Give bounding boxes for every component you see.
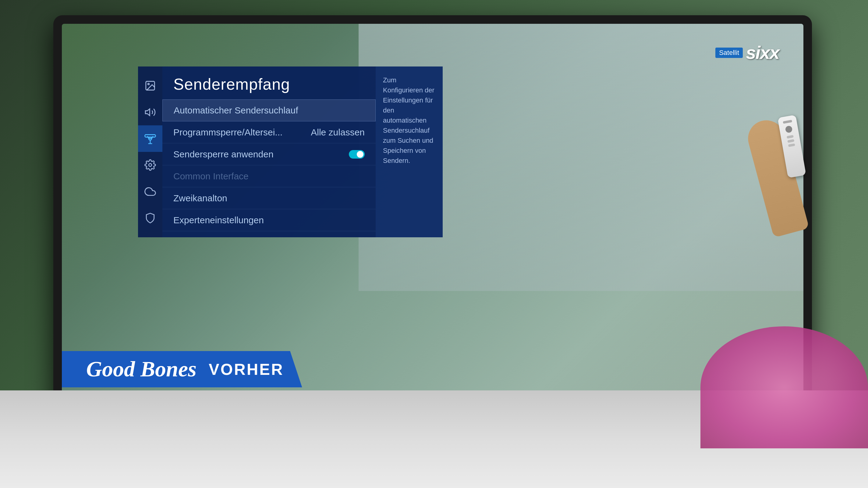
expert-settings-label: Experteneinstellungen <box>173 215 264 225</box>
menu-item-program-lock[interactable]: Programmsperre/Altersei... Alle zulassen <box>162 121 376 143</box>
lower-third: Good Bones VORHER <box>62 351 803 387</box>
sidebar-item-ton[interactable] <box>138 99 162 126</box>
menu-item-channel-lock[interactable]: Sendersperre anwenden <box>162 143 376 165</box>
channel-lock-label: Sendersperre anwenden <box>173 149 274 160</box>
pink-fabric <box>701 326 868 448</box>
show-tag: VORHER <box>209 360 284 378</box>
sidebar-item-senderempfang[interactable] <box>138 125 162 152</box>
menu-item-common-interface[interactable]: Common Interface <box>162 165 376 187</box>
sidebar-item-allgemein[interactable] <box>138 152 162 178</box>
broadcast-type-badge: Satellit <box>715 48 743 58</box>
menu-title: Senderempfang <box>173 75 365 93</box>
settings-sidebar <box>138 66 162 237</box>
menu-main-content: Senderempfang Automatischer Sendersuchla… <box>162 66 376 237</box>
program-lock-label: Programmsperre/Altersei... <box>173 127 282 138</box>
program-lock-value: Alle zulassen <box>311 127 365 138</box>
auto-scan-label: Automatischer Sendersuchlauf <box>174 105 298 116</box>
channel-logo-area: Satellit sixx <box>715 42 779 63</box>
hand-remote-area <box>722 97 807 235</box>
tv-frame: Satellit sixx Good Bones VORHER <box>53 15 812 436</box>
svg-point-1 <box>148 83 149 85</box>
show-title: Good Bones <box>86 356 196 382</box>
dual-sound-label: Zweikanalton <box>173 193 227 203</box>
menu-header: Senderempfang <box>162 66 376 99</box>
channel-lock-toggle[interactable] <box>349 150 365 159</box>
menu-items-list: Automatischer Sendersuchlauf Programmspe… <box>162 99 376 237</box>
menu-item-auto-scan[interactable]: Automatischer Sendersuchlauf <box>162 99 376 121</box>
lower-third-content: Good Bones VORHER <box>62 351 302 387</box>
toggle-knob <box>357 151 364 158</box>
menu-item-expert-settings[interactable]: Experteneinstellungen <box>162 209 376 231</box>
sidebar-item-support[interactable] <box>138 178 162 205</box>
channel-name: sixx <box>746 42 779 63</box>
svg-marker-2 <box>145 109 150 116</box>
tv-screen: Satellit sixx Good Bones VORHER <box>62 24 803 406</box>
description-text: Zum Konfigurieren der Einstellungen für … <box>383 75 435 166</box>
sidebar-item-sicherheit[interactable] <box>138 205 162 231</box>
sidebar-item-bild[interactable] <box>138 73 162 99</box>
settings-menu: Senderempfang Automatischer Sendersuchla… <box>138 66 443 237</box>
common-interface-label: Common Interface <box>173 171 249 181</box>
menu-item-dual-sound[interactable]: Zweikanalton <box>162 187 376 209</box>
description-panel: Zum Konfigurieren der Einstellungen für … <box>376 66 443 237</box>
svg-point-4 <box>149 164 152 167</box>
